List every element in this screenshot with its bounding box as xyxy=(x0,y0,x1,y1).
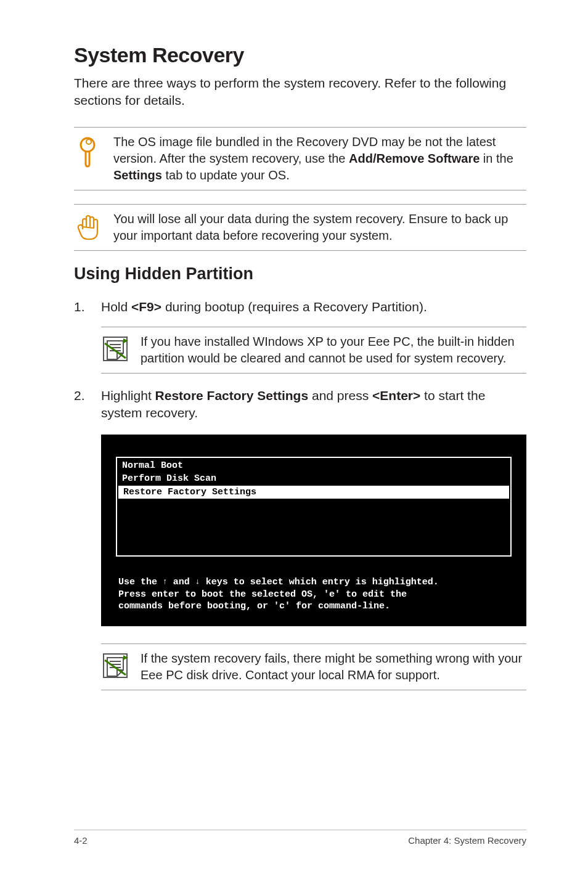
svg-point-1 xyxy=(86,139,91,144)
tip-bold1: Add/Remove Software xyxy=(349,152,480,165)
tip-bold2: Settings xyxy=(113,168,162,182)
page-footer: 4-2 Chapter 4: System Recovery xyxy=(74,830,526,846)
note-callout-2: If the system recovery fails, there migh… xyxy=(101,643,526,690)
note-icon xyxy=(101,650,141,680)
step-2: Highlight Restore Factory Settings and p… xyxy=(74,387,526,422)
tip-mid: in the xyxy=(480,152,513,165)
terminal-line-selected: Restore Factory Settings xyxy=(118,486,509,499)
steps-list-2: Highlight Restore Factory Settings and p… xyxy=(74,387,526,422)
step2-bold2: <Enter> xyxy=(372,388,420,402)
tip-post: tab to update your OS. xyxy=(162,168,290,182)
terminal-line-normal: Normal Boot xyxy=(117,459,510,473)
section-heading: Using Hidden Partition xyxy=(74,264,526,284)
step1-post: during bootup (requires a Recovery Parti… xyxy=(161,300,427,314)
step1-key: <F9> xyxy=(131,300,161,314)
step-1: Hold <F9> during bootup (requires a Reco… xyxy=(74,298,526,316)
chapter-label: Chapter 4: System Recovery xyxy=(408,835,526,846)
page-number: 4-2 xyxy=(74,835,88,846)
note2-text: If the system recovery fails, there migh… xyxy=(141,650,526,684)
intro-paragraph: There are three ways to perform the syst… xyxy=(74,75,526,110)
note-callout-1: If you have installed WIndows XP to your… xyxy=(101,327,526,374)
terminal-help1c: keys to select which entry is highlighte… xyxy=(200,577,439,587)
warning-text: You will lose all your data during the s… xyxy=(113,211,526,244)
terminal-line-scan: Perform Disk Scan xyxy=(117,472,510,486)
step1-pre: Hold xyxy=(101,300,131,314)
terminal-menu-box: Normal Boot Perform Disk Scan Restore Fa… xyxy=(116,457,512,557)
hand-icon xyxy=(74,211,113,242)
step2-bold1: Restore Factory Settings xyxy=(155,388,309,402)
terminal-help1a: Use the xyxy=(118,577,163,587)
step2-pre: Highlight xyxy=(101,388,155,402)
terminal-spacer xyxy=(117,499,510,554)
tip-text: The OS image file bundled in the Recover… xyxy=(113,134,526,184)
steps-list: Hold <F9> during bootup (requires a Reco… xyxy=(74,298,526,316)
terminal-help-1: Use the ↑ and ↓ keys to select which ent… xyxy=(116,576,512,589)
down-arrow-icon: ↓ xyxy=(195,577,200,586)
page-title: System Recovery xyxy=(74,43,526,67)
terminal-screenshot: Normal Boot Perform Disk Scan Restore Fa… xyxy=(101,435,526,626)
up-arrow-icon: ↑ xyxy=(163,577,168,586)
terminal-help1b: and xyxy=(168,577,195,587)
note-icon xyxy=(101,333,141,363)
warning-callout: You will lose all your data during the s… xyxy=(74,204,526,251)
tip-callout: The OS image file bundled in the Recover… xyxy=(74,127,526,190)
tip-icon xyxy=(74,134,113,169)
terminal-help-2: Press enter to boot the selected OS, 'e'… xyxy=(116,589,512,601)
step2-mid: and press xyxy=(308,388,372,402)
note1-text: If you have installed WIndows XP to your… xyxy=(141,333,526,367)
terminal-help-3: commands before booting, or 'c' for comm… xyxy=(116,600,512,613)
